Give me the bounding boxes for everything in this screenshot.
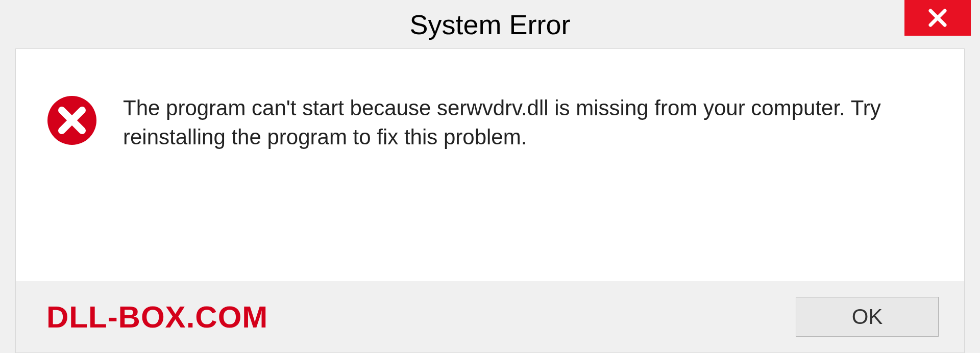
ok-button[interactable]: OK — [796, 297, 939, 337]
watermark-text: DLL-BOX.COM — [46, 299, 268, 335]
dialog-title: System Error — [409, 9, 570, 40]
message-area: The program can't start because serwvdrv… — [16, 49, 964, 281]
error-icon — [46, 95, 97, 146]
error-dialog: System Error The program can't start bec… — [0, 0, 980, 353]
close-icon — [927, 7, 948, 29]
title-bar: System Error — [0, 0, 980, 48]
content-frame: The program can't start because serwvdrv… — [15, 48, 965, 353]
dialog-footer: DLL-BOX.COM OK — [16, 281, 964, 352]
error-message: The program can't start because serwvdrv… — [123, 90, 934, 152]
close-button[interactable] — [904, 0, 971, 36]
